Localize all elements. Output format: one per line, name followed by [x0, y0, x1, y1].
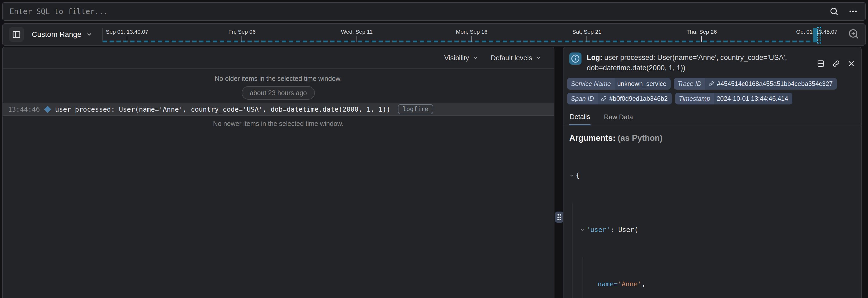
- log-detail-panel: Log: user processed: User(name='Anne', c…: [563, 47, 862, 298]
- log-row-message: user processed: User(name='Anne', countr…: [55, 105, 390, 113]
- arguments-heading: Arguments: (as Python): [569, 133, 855, 143]
- more-options-icon[interactable]: [848, 7, 859, 16]
- log-row-tag[interactable]: logfire: [398, 104, 433, 114]
- span-id-badge[interactable]: Span ID #b0f0d9ed1ab346b2: [567, 93, 672, 104]
- timeline-activity-spike: [813, 28, 817, 42]
- service-name-badge[interactable]: Service Name unknown_service: [567, 78, 671, 90]
- timeline-tick: Mon, Sep 16: [456, 29, 487, 42]
- collapse-icon[interactable]: [580, 228, 585, 232]
- timestamp-badge[interactable]: Timestamp 2024-10-01 13:44:46.414: [675, 93, 793, 104]
- sql-filter-input[interactable]: [9, 7, 820, 16]
- close-icon[interactable]: [847, 54, 855, 73]
- default-levels-dropdown[interactable]: Default levels: [491, 54, 542, 62]
- sql-filter-bar: [2, 2, 866, 21]
- drag-dots-icon: [557, 214, 561, 221]
- tab-details[interactable]: Details: [569, 110, 590, 125]
- info-icon: [569, 53, 582, 65]
- timeline-tick: Sat, Sep 21: [572, 29, 601, 42]
- detail-title-kind: Log:: [587, 54, 602, 62]
- timeline-track[interactable]: Sep 01, 13:40:07 Fri, Sep 06 Wed, Sep 11…: [3, 24, 865, 45]
- timeline-tick: Fri, Sep 06: [228, 29, 256, 42]
- no-newer-items-text: No newer items in the selected time wind…: [3, 120, 554, 128]
- log-list-panel: Visibility Default levels No older items…: [2, 47, 554, 298]
- link-icon: [708, 80, 715, 87]
- metadata-badges: Service Name unknown_service Trace ID #4…: [563, 77, 858, 104]
- timeline-tick: Wed, Sep 11: [341, 29, 372, 42]
- search-icon[interactable]: [829, 7, 839, 16]
- chevron-down-icon: [535, 55, 542, 61]
- detail-title: Log: user processed: User(name='Anne', c…: [587, 53, 802, 73]
- log-list-toolbar: Visibility Default levels: [3, 47, 554, 69]
- time-range-selector[interactable]: Custom Range: [32, 30, 93, 39]
- timeline-tick: Sep 01, 13:40:07: [106, 29, 148, 42]
- no-older-items-text: No older items in the selected time wind…: [3, 75, 554, 82]
- arguments-code-tree: { 'user': User( name='Anne', country_cod…: [569, 148, 855, 298]
- time-range-label: Custom Range: [32, 30, 82, 39]
- divider: [102, 28, 103, 42]
- collapse-icon[interactable]: [569, 173, 574, 178]
- chevron-down-icon: [472, 55, 478, 61]
- timeline-bar: Sep 01, 13:40:07 Fri, Sep 06 Wed, Sep 11…: [2, 23, 866, 45]
- detail-header: Log: user processed: User(name='Anne', c…: [563, 47, 861, 77]
- log-row-time: 13:44:46: [8, 105, 40, 113]
- sidebar-toggle-icon[interactable]: [9, 27, 24, 42]
- time-ago-badge: about 23 hours ago: [242, 86, 315, 100]
- timeline-tick: Thu, Sep 26: [686, 29, 717, 42]
- link-icon: [600, 95, 607, 102]
- tab-raw-data[interactable]: Raw Data: [603, 110, 633, 125]
- timeline-selection-box[interactable]: [817, 27, 821, 43]
- panel-layout-icon[interactable]: [816, 54, 825, 73]
- chevron-down-icon: [86, 31, 93, 38]
- detail-tabs: Details Raw Data: [563, 110, 861, 125]
- trace-id-badge[interactable]: Trace ID #454514c0168a455a51bb4ceba354c3…: [674, 78, 837, 90]
- panel-resize-handle[interactable]: [555, 211, 563, 223]
- visibility-dropdown[interactable]: Visibility: [444, 54, 478, 62]
- log-row-selected[interactable]: 13:44:46 user processed: User(name='Anne…: [3, 103, 554, 115]
- log-level-diamond-icon: [44, 106, 51, 113]
- zoom-in-icon[interactable]: [847, 28, 860, 40]
- copy-link-icon[interactable]: [832, 54, 840, 73]
